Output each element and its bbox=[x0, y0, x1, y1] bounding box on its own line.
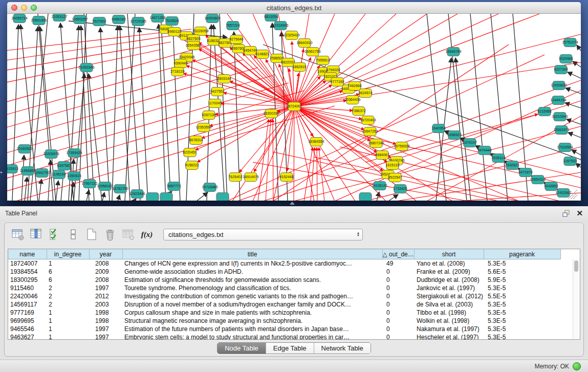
column-header-year[interactable]: year bbox=[89, 249, 122, 259]
graph-node[interactable] bbox=[146, 193, 159, 201]
graph-node[interactable]: 20206576 bbox=[43, 150, 59, 159]
graph-node[interactable]: 1170045 bbox=[208, 99, 222, 108]
graph-node[interactable]: 18724007 bbox=[286, 102, 302, 111]
delete-column-icon[interactable] bbox=[121, 228, 136, 242]
table-cell[interactable]: Corpus callosum shape and size in male p… bbox=[122, 309, 382, 317]
table-scrollbar-thumb[interactable] bbox=[574, 260, 578, 272]
graph-node[interactable]: 17359924 bbox=[66, 149, 82, 158]
graph-node[interactable]: 12432667 bbox=[555, 189, 571, 198]
table-cell[interactable]: Jankovic et al. (1997) bbox=[414, 284, 484, 292]
table-cell[interactable]: Franke et al. (2009) bbox=[414, 268, 484, 276]
table-cell[interactable]: 2012 bbox=[89, 292, 122, 300]
graph-node[interactable]: 10653257 bbox=[72, 15, 88, 24]
column-header-pagerank[interactable]: pagerank bbox=[484, 249, 560, 259]
table-cell[interactable]: 9465546 bbox=[8, 325, 47, 333]
table-cell[interactable]: 6 bbox=[47, 268, 89, 276]
graph-node[interactable]: 19384554 bbox=[308, 138, 324, 146]
float-panel-icon[interactable] bbox=[562, 209, 570, 217]
table-cell[interactable]: Stergiakouli et al. (2012) bbox=[414, 292, 484, 300]
table-cell[interactable]: Changes of HCN gene expression and I(f) … bbox=[122, 259, 382, 268]
table-cell[interactable]: 2 bbox=[47, 292, 89, 300]
graph-node[interactable]: 12923446 bbox=[129, 190, 145, 199]
table-row[interactable]: 969969511998Structural magnetic resonanc… bbox=[8, 317, 580, 325]
table-cell[interactable]: Disruption of a novel member of a sodium… bbox=[122, 300, 382, 309]
graph-node[interactable]: 9267130 bbox=[202, 111, 215, 120]
graph-node[interactable]: 18640910 bbox=[296, 39, 312, 48]
network-file-select[interactable]: citations_edges.txt ▲▼ bbox=[163, 229, 363, 240]
graph-node[interactable]: 1167533 bbox=[563, 157, 577, 166]
graph-node[interactable]: 9227349 bbox=[554, 65, 568, 74]
column-header-title[interactable]: title bbox=[122, 249, 382, 259]
function-builder-icon[interactable]: f(x) bbox=[140, 228, 154, 242]
graph-node[interactable]: 12444154 bbox=[550, 96, 566, 105]
table-cell[interactable]: Hescheler et al. (1997) bbox=[414, 333, 484, 340]
memory-status-icon[interactable] bbox=[573, 362, 581, 370]
table-cell[interactable]: 1 bbox=[47, 325, 89, 333]
table-cell[interactable]: Investigating the contribution of common… bbox=[122, 292, 382, 300]
column-header-name[interactable]: name bbox=[8, 249, 47, 259]
table-cell[interactable]: 2003 bbox=[89, 300, 122, 309]
close-window-icon[interactable] bbox=[11, 5, 17, 11]
table-cell[interactable]: 0 bbox=[382, 325, 414, 333]
graph-node[interactable]: 9684067 bbox=[375, 151, 389, 160]
table-cell[interactable]: 5.5E-5 bbox=[484, 292, 560, 300]
graph-node[interactable]: 9777169 bbox=[330, 78, 344, 86]
graph-node[interactable]: 12218906 bbox=[272, 21, 288, 30]
graph-node[interactable]: 9243652 bbox=[544, 182, 558, 191]
graph-node[interactable]: 16543582 bbox=[185, 41, 201, 50]
graph-node[interactable]: 8813054 bbox=[264, 14, 278, 21]
graph-node[interactable]: 24055724 bbox=[11, 14, 27, 23]
table-cell[interactable]: 5.6E-5 bbox=[484, 268, 560, 276]
table-cell[interactable]: 0 bbox=[382, 276, 414, 284]
graph-node[interactable]: 9152448 bbox=[279, 173, 293, 182]
table-cell[interactable]: 1 bbox=[47, 259, 89, 268]
panel-splitter-handle[interactable] bbox=[290, 202, 295, 205]
table-cell[interactable]: 5.3E-5 bbox=[484, 325, 560, 333]
table-cell[interactable]: 49 bbox=[382, 259, 414, 268]
graph-node[interactable]: 16053809 bbox=[204, 14, 220, 23]
graph-node[interactable]: 15718485 bbox=[202, 183, 217, 192]
graph-node[interactable]: 3915913 bbox=[7, 165, 18, 173]
graph-node[interactable] bbox=[216, 193, 229, 201]
graph-node[interactable]: 10654112 bbox=[530, 176, 546, 184]
graph-node[interactable]: 16648784 bbox=[445, 48, 461, 56]
network-window-titlebar[interactable]: citations_edges.txt bbox=[7, 2, 581, 14]
graph-node[interactable]: 20364436 bbox=[344, 96, 360, 104]
graph-node[interactable]: 9329966 bbox=[559, 55, 573, 63]
graph-node[interactable]: 9427552 bbox=[210, 87, 224, 96]
graph-node[interactable]: 12942757 bbox=[34, 169, 50, 178]
graph-node[interactable]: 16210643 bbox=[552, 113, 568, 121]
minimize-window-icon[interactable] bbox=[21, 5, 27, 11]
column-settings-icon[interactable] bbox=[11, 228, 25, 242]
table-row[interactable]: 977716911998Corpus callosum shape and si… bbox=[8, 309, 580, 317]
graph-node[interactable]: 16961758 bbox=[304, 48, 320, 56]
graph-edge[interactable] bbox=[192, 60, 294, 106]
table-row[interactable]: 911546021997Tourette syndrome. Phenomeno… bbox=[8, 284, 580, 292]
table-cell[interactable]: 5.3E-5 bbox=[484, 317, 560, 325]
graph-node[interactable]: 9146821 bbox=[255, 50, 269, 59]
table-cell[interactable]: 0 bbox=[382, 268, 414, 276]
table-row[interactable]: 946362711997Embryonic stem cells: a mode… bbox=[8, 333, 580, 340]
graph-node[interactable]: 2935114 bbox=[492, 154, 506, 163]
table-cell[interactable]: 1997 bbox=[89, 284, 122, 292]
graph-node[interactable] bbox=[359, 193, 372, 201]
collapsed-panel-arrow-icon[interactable]: ▸ bbox=[1, 170, 3, 174]
graph-node[interactable]: 7857224 bbox=[226, 21, 239, 30]
graph-node[interactable]: 8471676 bbox=[518, 168, 532, 177]
graph-edge[interactable] bbox=[210, 106, 294, 126]
table-cell[interactable]: 0 bbox=[382, 309, 414, 317]
graph-node[interactable]: 7955812 bbox=[316, 56, 330, 65]
table-cell[interactable]: Nakamura et al. (1997) bbox=[414, 325, 484, 333]
table-row[interactable]: 2242004622012Investigating the contribut… bbox=[8, 292, 580, 300]
graph-node[interactable]: 10719185 bbox=[130, 17, 146, 26]
graph-node[interactable]: 1145194 bbox=[52, 170, 66, 179]
graph-node[interactable]: 5958923 bbox=[447, 131, 461, 140]
graph-node[interactable]: 21053127 bbox=[51, 14, 67, 21]
network-canvas[interactable]: 1872400718300295193845547663822896012889… bbox=[7, 14, 581, 201]
tab-node-table[interactable]: Node Table bbox=[217, 343, 266, 354]
graph-node[interactable]: 1640954 bbox=[431, 124, 445, 133]
graph-node[interactable]: 10958167 bbox=[97, 182, 113, 191]
graph-node[interactable]: 1350515 bbox=[67, 172, 81, 181]
show-column-icon[interactable] bbox=[29, 228, 43, 242]
graph-node[interactable]: 9474444 bbox=[477, 146, 491, 155]
